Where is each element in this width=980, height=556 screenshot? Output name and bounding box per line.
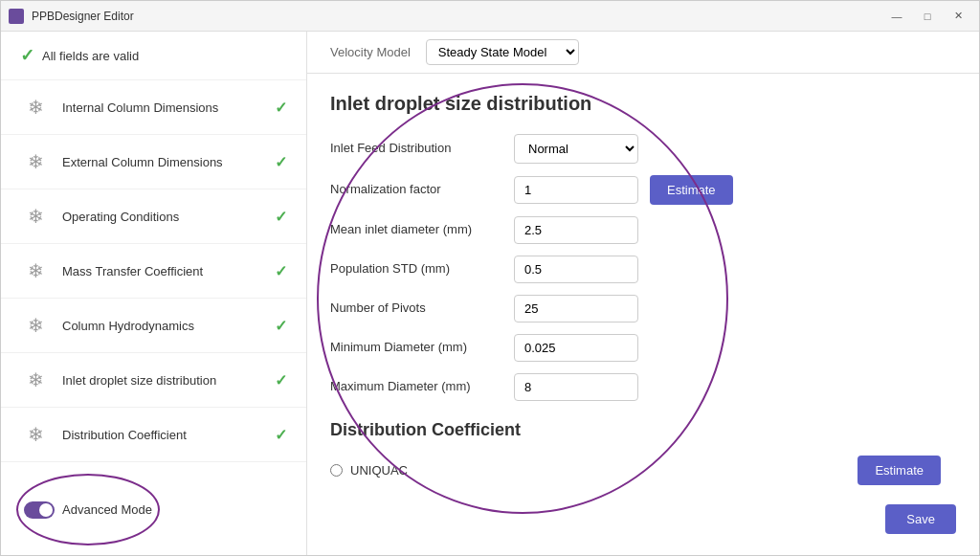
- estimate-button[interactable]: Estimate: [650, 175, 733, 205]
- sidebar-check-external-column: ✓: [275, 153, 287, 171]
- mean-inlet-diameter-row: Mean inlet diameter (mm): [330, 216, 956, 244]
- sidebar-label-mass-transfer: Mass Transfer Coefficient: [62, 264, 263, 278]
- velocity-select[interactable]: Steady State Model Dynamic Model: [426, 39, 579, 65]
- max-diameter-row: Maximum Diameter (mm): [330, 373, 956, 401]
- operating-conditions-icon: ❄: [20, 201, 51, 232]
- inlet-feed-select[interactable]: Normal Log-Normal Custom: [514, 134, 638, 164]
- sidebar-check-distribution-coeff: ✓: [275, 426, 287, 444]
- minimize-button[interactable]: —: [883, 7, 910, 26]
- sidebar-check-column-hydro: ✓: [275, 317, 287, 335]
- external-column-icon: ❄: [20, 146, 51, 177]
- sidebar-item-distribution-coeff[interactable]: ❄ Distribution Coefficient ✓: [1, 408, 306, 462]
- number-pivots-label: Number of Pivots: [330, 300, 502, 317]
- snowflake-icon-1: ❄: [28, 96, 44, 119]
- sidebar: ✓ All fields are valid ❄ Internal Column…: [1, 32, 307, 555]
- sidebar-check-inlet-droplet: ✓: [275, 371, 287, 389]
- sidebar-check-mass-transfer: ✓: [275, 262, 287, 280]
- inlet-section-title: Inlet droplet size distribution: [330, 93, 956, 115]
- inlet-feed-label: Inlet Feed Distribution: [330, 140, 502, 157]
- close-button[interactable]: ✕: [945, 7, 971, 26]
- sidebar-check-internal-column: ✓: [275, 99, 287, 117]
- sidebar-item-inlet-droplet[interactable]: ❄ Inlet droplet size distribution ✓: [1, 353, 306, 408]
- mass-transfer-icon: ❄: [20, 256, 51, 286]
- uniquac-label: UNIQUAC: [350, 463, 408, 478]
- number-pivots-input[interactable]: [514, 295, 638, 322]
- toggle-thumb: [39, 503, 53, 517]
- sidebar-label-external-column: External Column Dimensions: [62, 155, 263, 169]
- sidebar-label-distribution-coeff: Distribution Coefficient: [62, 428, 263, 442]
- valid-check-icon: ✓: [20, 45, 34, 66]
- titlebar-left: PPBDesigner Editor: [9, 9, 134, 24]
- inlet-droplet-icon: ❄: [20, 365, 51, 395]
- advanced-mode-section[interactable]: Advanced Mode: [16, 474, 160, 545]
- sidebar-label-column-hydro: Column Hydrodynamics: [62, 319, 263, 333]
- distribution-estimate-button[interactable]: Estimate: [858, 456, 941, 485]
- normalization-input[interactable]: [514, 176, 638, 204]
- velocity-topbar: Velocity Model Steady State Model Dynami…: [307, 32, 979, 74]
- content-area: Velocity Model Steady State Model Dynami…: [307, 32, 979, 555]
- content-scroll-inner: Inlet droplet size distribution Inlet Fe…: [307, 74, 979, 555]
- maximize-button[interactable]: □: [914, 7, 941, 26]
- uniquac-radio-row: UNIQUAC: [330, 463, 408, 478]
- inlet-feed-distribution-row: Inlet Feed Distribution Normal Log-Norma…: [330, 134, 956, 164]
- window-controls: — □ ✕: [883, 7, 971, 26]
- mean-inlet-input[interactable]: [514, 216, 638, 244]
- advanced-mode-toggle[interactable]: [24, 501, 55, 519]
- window-title: PPBDesigner Editor: [32, 10, 134, 23]
- distribution-section: Distribution Coefficient UNIQUAC Estimat…: [330, 420, 956, 485]
- population-std-row: Population STD (mm): [330, 256, 956, 283]
- sidebar-label-inlet-droplet: Inlet droplet size distribution: [62, 373, 263, 388]
- velocity-label: Velocity Model: [330, 45, 411, 59]
- app-icon: [9, 9, 24, 24]
- distribution-coeff-icon: ❄: [20, 419, 51, 450]
- sidebar-item-external-column[interactable]: ❄ External Column Dimensions ✓: [1, 135, 306, 189]
- valid-message: All fields are valid: [42, 49, 139, 63]
- normalization-factor-row: Normalization factor Estimate: [330, 175, 956, 205]
- population-std-input[interactable]: [514, 256, 638, 283]
- min-diameter-row: Minimum Diameter (mm): [330, 334, 956, 362]
- sidebar-item-mass-transfer[interactable]: ❄ Mass Transfer Coefficient ✓: [1, 244, 306, 299]
- snowflake-icon-7: ❄: [28, 423, 44, 446]
- distribution-section-title: Distribution Coefficient: [330, 420, 956, 440]
- column-hydro-icon: ❄: [20, 310, 51, 341]
- number-pivots-row: Number of Pivots: [330, 295, 956, 322]
- main-window: PPBDesigner Editor — □ ✕ ✓ All fields ar…: [0, 0, 980, 556]
- sidebar-item-internal-column[interactable]: ❄ Internal Column Dimensions ✓: [1, 80, 306, 135]
- snowflake-icon-4: ❄: [28, 259, 44, 282]
- main-layout: ✓ All fields are valid ❄ Internal Column…: [1, 32, 979, 555]
- normalization-label: Normalization factor: [330, 181, 502, 198]
- max-diameter-input[interactable]: [514, 373, 638, 401]
- sidebar-item-operating-conditions[interactable]: ❄ Operating Conditions ✓: [1, 189, 306, 244]
- mean-inlet-label: Mean inlet diameter (mm): [330, 221, 502, 238]
- uniquac-radio[interactable]: [330, 464, 343, 477]
- titlebar: PPBDesigner Editor — □ ✕: [1, 1, 979, 32]
- min-diameter-label: Minimum Diameter (mm): [330, 339, 502, 356]
- sidebar-label-operating-conditions: Operating Conditions: [62, 210, 263, 224]
- population-std-label: Population STD (mm): [330, 260, 502, 278]
- max-diameter-label: Maximum Diameter (mm): [330, 378, 502, 395]
- snowflake-icon-2: ❄: [28, 150, 44, 173]
- snowflake-icon-5: ❄: [28, 314, 44, 337]
- snowflake-icon-3: ❄: [28, 205, 44, 228]
- sidebar-item-column-hydro[interactable]: ❄ Column Hydrodynamics ✓: [1, 299, 306, 353]
- snowflake-icon-6: ❄: [28, 368, 44, 391]
- sidebar-check-operating-conditions: ✓: [275, 208, 287, 226]
- min-diameter-input[interactable]: [514, 334, 638, 362]
- internal-column-icon: ❄: [20, 92, 51, 122]
- toggle-track: [24, 501, 55, 519]
- advanced-mode-label: Advanced Mode: [62, 502, 152, 517]
- save-button[interactable]: Save: [885, 504, 956, 534]
- sidebar-label-internal-column: Internal Column Dimensions: [62, 100, 263, 115]
- valid-banner: ✓ All fields are valid: [1, 32, 306, 80]
